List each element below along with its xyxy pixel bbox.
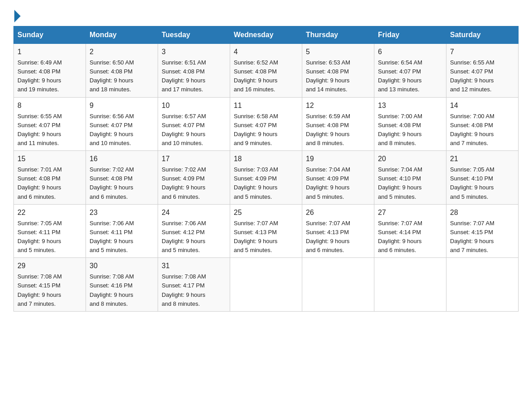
- day-info: Sunrise: 7:07 AM Sunset: 4:14 PM Dayligh…: [378, 219, 442, 255]
- calendar-table: SundayMondayTuesdayWednesdayThursdayFrid…: [13, 26, 519, 312]
- day-number: 30: [90, 261, 154, 271]
- day-number: 23: [90, 207, 154, 218]
- calendar-cell: 6Sunrise: 6:54 AM Sunset: 4:07 PM Daylig…: [374, 44, 446, 98]
- col-header-monday: Monday: [86, 26, 158, 44]
- calendar-week-row: 29Sunrise: 7:08 AM Sunset: 4:15 PM Dayli…: [14, 258, 519, 312]
- day-number: 19: [306, 154, 370, 164]
- day-number: 27: [378, 207, 442, 218]
- calendar-cell: 18Sunrise: 7:03 AM Sunset: 4:09 PM Dayli…: [230, 151, 302, 205]
- day-number: 3: [162, 47, 226, 57]
- day-info: Sunrise: 7:00 AM Sunset: 4:08 PM Dayligh…: [378, 112, 442, 148]
- day-number: 18: [234, 154, 298, 164]
- day-info: Sunrise: 7:08 AM Sunset: 4:17 PM Dayligh…: [162, 272, 226, 308]
- day-info: Sunrise: 6:51 AM Sunset: 4:08 PM Dayligh…: [162, 58, 226, 94]
- page-header: [13, 9, 519, 21]
- logo: [13, 9, 21, 21]
- calendar-cell: 14Sunrise: 7:00 AM Sunset: 4:08 PM Dayli…: [446, 97, 519, 151]
- day-number: 29: [17, 261, 82, 271]
- calendar-cell: 26Sunrise: 7:07 AM Sunset: 4:13 PM Dayli…: [302, 204, 374, 258]
- day-number: 15: [17, 154, 82, 164]
- day-info: Sunrise: 7:06 AM Sunset: 4:12 PM Dayligh…: [162, 219, 226, 255]
- day-number: 11: [234, 100, 298, 111]
- day-info: Sunrise: 7:02 AM Sunset: 4:09 PM Dayligh…: [162, 165, 226, 201]
- calendar-week-row: 22Sunrise: 7:05 AM Sunset: 4:11 PM Dayli…: [14, 204, 519, 258]
- col-header-friday: Friday: [374, 26, 446, 44]
- day-number: 10: [162, 100, 226, 111]
- day-info: Sunrise: 7:05 AM Sunset: 4:11 PM Dayligh…: [17, 219, 82, 255]
- col-header-wednesday: Wednesday: [230, 26, 302, 44]
- day-number: 14: [450, 100, 515, 111]
- calendar-cell: 2Sunrise: 6:50 AM Sunset: 4:08 PM Daylig…: [86, 44, 158, 98]
- day-number: 5: [306, 47, 370, 57]
- day-info: Sunrise: 6:55 AM Sunset: 4:07 PM Dayligh…: [450, 58, 515, 94]
- calendar-cell: 25Sunrise: 7:07 AM Sunset: 4:13 PM Dayli…: [230, 204, 302, 258]
- calendar-cell: 31Sunrise: 7:08 AM Sunset: 4:17 PM Dayli…: [158, 258, 230, 312]
- calendar-cell: 12Sunrise: 6:59 AM Sunset: 4:08 PM Dayli…: [302, 97, 374, 151]
- calendar-cell: 16Sunrise: 7:02 AM Sunset: 4:08 PM Dayli…: [86, 151, 158, 205]
- calendar-cell: 23Sunrise: 7:06 AM Sunset: 4:11 PM Dayli…: [86, 204, 158, 258]
- calendar-cell: 3Sunrise: 6:51 AM Sunset: 4:08 PM Daylig…: [158, 44, 230, 98]
- day-number: 8: [17, 100, 82, 111]
- day-info: Sunrise: 7:08 AM Sunset: 4:15 PM Dayligh…: [17, 272, 82, 308]
- day-info: Sunrise: 7:00 AM Sunset: 4:08 PM Dayligh…: [450, 112, 515, 148]
- calendar-cell: 9Sunrise: 6:56 AM Sunset: 4:07 PM Daylig…: [86, 97, 158, 151]
- day-info: Sunrise: 7:07 AM Sunset: 4:13 PM Dayligh…: [234, 219, 298, 255]
- day-info: Sunrise: 7:07 AM Sunset: 4:13 PM Dayligh…: [306, 219, 370, 255]
- calendar-header-row: SundayMondayTuesdayWednesdayThursdayFrid…: [14, 26, 519, 44]
- calendar-cell: 13Sunrise: 7:00 AM Sunset: 4:08 PM Dayli…: [374, 97, 446, 151]
- calendar-cell: 29Sunrise: 7:08 AM Sunset: 4:15 PM Dayli…: [14, 258, 86, 312]
- calendar-cell: [446, 258, 519, 312]
- calendar-cell: 11Sunrise: 6:58 AM Sunset: 4:07 PM Dayli…: [230, 97, 302, 151]
- logo-arrow-icon: [14, 10, 21, 22]
- day-number: 20: [378, 154, 442, 164]
- day-number: 9: [90, 100, 154, 111]
- day-info: Sunrise: 7:08 AM Sunset: 4:16 PM Dayligh…: [90, 272, 154, 308]
- day-info: Sunrise: 7:04 AM Sunset: 4:09 PM Dayligh…: [306, 165, 370, 201]
- day-number: 7: [450, 47, 515, 57]
- col-header-saturday: Saturday: [446, 26, 519, 44]
- day-info: Sunrise: 6:57 AM Sunset: 4:07 PM Dayligh…: [162, 112, 226, 148]
- day-number: 2: [90, 47, 154, 57]
- col-header-tuesday: Tuesday: [158, 26, 230, 44]
- day-number: 4: [234, 47, 298, 57]
- day-info: Sunrise: 7:02 AM Sunset: 4:08 PM Dayligh…: [90, 165, 154, 201]
- col-header-thursday: Thursday: [302, 26, 374, 44]
- calendar-cell: 30Sunrise: 7:08 AM Sunset: 4:16 PM Dayli…: [86, 258, 158, 312]
- day-info: Sunrise: 7:04 AM Sunset: 4:10 PM Dayligh…: [378, 165, 442, 201]
- day-number: 13: [378, 100, 442, 111]
- day-info: Sunrise: 6:50 AM Sunset: 4:08 PM Dayligh…: [90, 58, 154, 94]
- calendar-cell: [374, 258, 446, 312]
- calendar-cell: 17Sunrise: 7:02 AM Sunset: 4:09 PM Dayli…: [158, 151, 230, 205]
- calendar-week-row: 1Sunrise: 6:49 AM Sunset: 4:08 PM Daylig…: [14, 44, 519, 98]
- day-info: Sunrise: 7:03 AM Sunset: 4:09 PM Dayligh…: [234, 165, 298, 201]
- calendar-cell: 15Sunrise: 7:01 AM Sunset: 4:08 PM Dayli…: [14, 151, 86, 205]
- day-number: 16: [90, 154, 154, 164]
- day-number: 28: [450, 207, 515, 218]
- day-number: 21: [450, 154, 515, 164]
- calendar-week-row: 15Sunrise: 7:01 AM Sunset: 4:08 PM Dayli…: [14, 151, 519, 205]
- day-info: Sunrise: 7:05 AM Sunset: 4:10 PM Dayligh…: [450, 165, 515, 201]
- calendar-cell: 7Sunrise: 6:55 AM Sunset: 4:07 PM Daylig…: [446, 44, 519, 98]
- day-number: 24: [162, 207, 226, 218]
- calendar-cell: 19Sunrise: 7:04 AM Sunset: 4:09 PM Dayli…: [302, 151, 374, 205]
- calendar-cell: 24Sunrise: 7:06 AM Sunset: 4:12 PM Dayli…: [158, 204, 230, 258]
- day-number: 31: [162, 261, 226, 271]
- day-info: Sunrise: 7:01 AM Sunset: 4:08 PM Dayligh…: [17, 165, 82, 201]
- day-info: Sunrise: 7:07 AM Sunset: 4:15 PM Dayligh…: [450, 219, 515, 255]
- calendar-cell: 10Sunrise: 6:57 AM Sunset: 4:07 PM Dayli…: [158, 97, 230, 151]
- day-info: Sunrise: 6:52 AM Sunset: 4:08 PM Dayligh…: [234, 58, 298, 94]
- day-number: 1: [17, 47, 82, 57]
- calendar-cell: 21Sunrise: 7:05 AM Sunset: 4:10 PM Dayli…: [446, 151, 519, 205]
- calendar-cell: 28Sunrise: 7:07 AM Sunset: 4:15 PM Dayli…: [446, 204, 519, 258]
- calendar-cell: 5Sunrise: 6:53 AM Sunset: 4:08 PM Daylig…: [302, 44, 374, 98]
- calendar-cell: 4Sunrise: 6:52 AM Sunset: 4:08 PM Daylig…: [230, 44, 302, 98]
- calendar-cell: [230, 258, 302, 312]
- day-number: 6: [378, 47, 442, 57]
- day-info: Sunrise: 6:54 AM Sunset: 4:07 PM Dayligh…: [378, 58, 442, 94]
- calendar-cell: 1Sunrise: 6:49 AM Sunset: 4:08 PM Daylig…: [14, 44, 86, 98]
- day-info: Sunrise: 6:55 AM Sunset: 4:07 PM Dayligh…: [17, 112, 82, 148]
- calendar-cell: [302, 258, 374, 312]
- calendar-cell: 8Sunrise: 6:55 AM Sunset: 4:07 PM Daylig…: [14, 97, 86, 151]
- col-header-sunday: Sunday: [14, 26, 86, 44]
- day-info: Sunrise: 6:59 AM Sunset: 4:08 PM Dayligh…: [306, 112, 370, 148]
